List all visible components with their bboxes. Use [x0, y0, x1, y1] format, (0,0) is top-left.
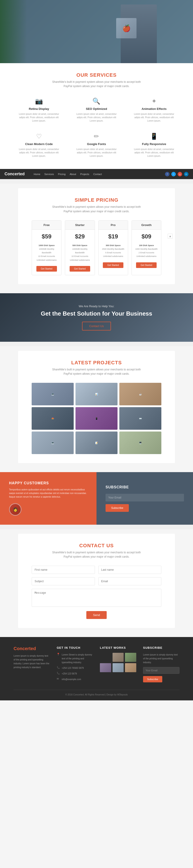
service-icon-3: ♡ [16, 133, 62, 140]
pricing-card-3: Growth $09 100 Disk Space 1000 Monthly B… [132, 220, 161, 275]
name-row [32, 566, 161, 574]
footer: Concerted Lorem ipsum is simply dummy te… [0, 637, 193, 701]
subscribe-title: SUBSCRIBE [106, 485, 184, 489]
facebook-icon[interactable]: f [165, 172, 169, 177]
last-name-input[interactable] [98, 566, 162, 574]
subscribe-section: SUBSCRIBE Subscribe [96, 472, 193, 525]
service-item-0: 📷 Retina Display Lorem ipsum dolor sit a… [13, 95, 64, 125]
plan-btn-2[interactable]: Get Started [103, 262, 123, 268]
footer-work-6[interactable] [125, 663, 136, 672]
footer-work-2[interactable] [113, 653, 124, 662]
plan-name-2: Pro [99, 221, 128, 229]
footer-work-1[interactable] [100, 653, 111, 662]
footer-work-4[interactable] [100, 663, 111, 672]
plan-features-2: 300 Disk Space 2500 Monthly Bandwidth 5 … [99, 242, 128, 260]
nav-social: f t g in [165, 172, 189, 177]
footer-works-grid [100, 653, 136, 672]
project-item-7[interactable]: 💻 [32, 432, 74, 454]
footer-phone2: 📞 +254 123 5679 [57, 672, 93, 676]
project-item-3[interactable]: ☕ [119, 383, 161, 405]
contact-wrapper: CONTACT US ShareNite's built in payment … [0, 534, 193, 637]
pricing-section: SIMPLE PRICING ShareNite's built in paym… [18, 188, 175, 284]
footer-subscribe-button[interactable]: Subscribe [143, 676, 162, 682]
footer-subscribe-text: Lorem ipsum is simply dummy text of the … [143, 653, 180, 664]
nav-link-about[interactable]: About [70, 173, 76, 176]
service-desc-1: Lorem ipsum dolor sit amet, consectetur … [74, 112, 120, 123]
project-item-6[interactable]: ⌨️ [119, 407, 161, 430]
services-subtitle: ShareNite's built in payment system allo… [13, 80, 180, 88]
address-icon: 📍 [57, 653, 60, 656]
project-item-2[interactable]: 📊 [76, 383, 117, 405]
service-name-4: Google Fonts [74, 142, 120, 146]
plan-price-1: $29 [65, 229, 94, 242]
phone-icon-1: 📞 [57, 666, 60, 669]
hero-section: 🍎 [0, 0, 193, 63]
pricing-wrapper: SIMPLE PRICING ShareNite's built in paym… [0, 188, 193, 293]
linkedin-icon[interactable]: in [184, 172, 189, 177]
projects-section: LATEST PROJECTS ShareNite's built in pay… [18, 351, 175, 463]
nav-link-pricing[interactable]: Pricing [58, 173, 66, 176]
pricing-card-0: Free $59 1000 Disk Space 1000MB Monthly … [32, 220, 61, 275]
projects-wrapper: LATEST PROJECTS ShareNite's built in pay… [0, 351, 193, 472]
services-grid: 📷 Retina Display Lorem ipsum dolor sit a… [13, 95, 180, 160]
service-icon-0: 📷 [16, 97, 62, 105]
first-name-input[interactable] [32, 566, 95, 574]
happy-title: HAPPY CUSTOMERS [9, 481, 87, 485]
footer-bottom: © 2016 Concerted. All Rights Reserved | … [13, 690, 180, 696]
subject-input[interactable] [32, 577, 95, 585]
nav-link-services[interactable]: Services [44, 173, 54, 176]
footer-address: 📍 Lorem Street is simply dummy text of t… [57, 653, 93, 664]
nav-links: HomeServicesPricingAboutProjectsContact [34, 173, 165, 176]
email-input[interactable] [98, 577, 162, 585]
scroll-up-arrow[interactable]: ▲ [168, 234, 173, 239]
project-item-5[interactable]: 📱 [76, 407, 117, 430]
send-button[interactable]: Send [86, 611, 107, 619]
hero-bg [0, 0, 193, 63]
nav-link-projects[interactable]: Projects [80, 173, 89, 176]
footer-work-3[interactable] [125, 653, 136, 662]
footer-work-5[interactable] [113, 663, 124, 672]
happy-text: Temporibus autem quibusdam et aut offici… [9, 488, 87, 499]
service-desc-3: Lorem ipsum dolor sit amet, consectetur … [16, 148, 62, 158]
service-name-0: Retina Display [16, 107, 62, 111]
project-item-8[interactable]: 📝 [76, 432, 117, 454]
contact-subtitle: ShareNite's built in payment system allo… [32, 550, 161, 559]
gray-spacer-3 [0, 525, 193, 529]
plan-name-0: Free [32, 221, 61, 229]
twitter-icon[interactable]: t [171, 172, 176, 177]
service-item-1: 🔍 SEO Optimized Lorem ipsum dolor sit am… [71, 95, 122, 125]
nav-link-home[interactable]: Home [34, 173, 40, 176]
contact-form: Send [32, 566, 161, 619]
service-desc-5: Lorem ipsum dolor sit amet, consectetur … [131, 148, 177, 158]
project-item-9[interactable]: 🖥️ [119, 432, 161, 454]
hero-plant [0, 0, 27, 63]
footer-contact-title: GET IN TOUCH [57, 646, 93, 649]
footer-subscribe-title: SUBSCRIBE [143, 646, 180, 649]
service-desc-2: Lorem ipsum dolor sit amet, consectetur … [131, 112, 177, 123]
customer-avatar: 👩 [9, 503, 22, 516]
footer-subscribe-input[interactable] [143, 667, 180, 674]
phone-icon-2: 📞 [57, 672, 60, 675]
services-title: OUR SERVICES [13, 72, 180, 78]
message-textarea[interactable] [32, 589, 161, 607]
subscribe-email-input[interactable] [106, 494, 184, 501]
service-desc-0: Lorem ipsum dolor sit amet, consectetur … [16, 112, 62, 123]
pricing-card-2: Pro $19 300 Disk Space 2500 Monthly Band… [98, 220, 128, 275]
gray-spacer-2 [0, 342, 193, 346]
plan-btn-3[interactable]: Get Started [136, 262, 157, 268]
project-item-4[interactable]: 🏟️ [32, 407, 74, 430]
google-icon[interactable]: g [177, 172, 182, 177]
pricing-title: SIMPLE PRICING [32, 197, 161, 203]
footer-email: ✉ info@example.com [57, 677, 93, 681]
cta-button[interactable]: Contact Us [82, 322, 111, 331]
navbar: Concerted HomeServicesPricingAboutProjec… [0, 169, 193, 179]
nav-link-contact[interactable]: Contact [93, 173, 102, 176]
subscribe-button[interactable]: Subscribe [106, 504, 129, 512]
plan-btn-1[interactable]: Get Started [70, 266, 90, 272]
project-item-1[interactable]: 💻 [32, 383, 74, 405]
plan-btn-0[interactable]: Get Started [36, 266, 57, 272]
hero-laptop-icon: 🍎 [116, 18, 137, 38]
service-name-1: SEO Optimized [74, 107, 120, 111]
footer-works-title: LATEST WORKS [100, 646, 136, 649]
plan-features-1: 500 Disk Space 1000MB Monthly Bandwidth … [65, 242, 94, 264]
